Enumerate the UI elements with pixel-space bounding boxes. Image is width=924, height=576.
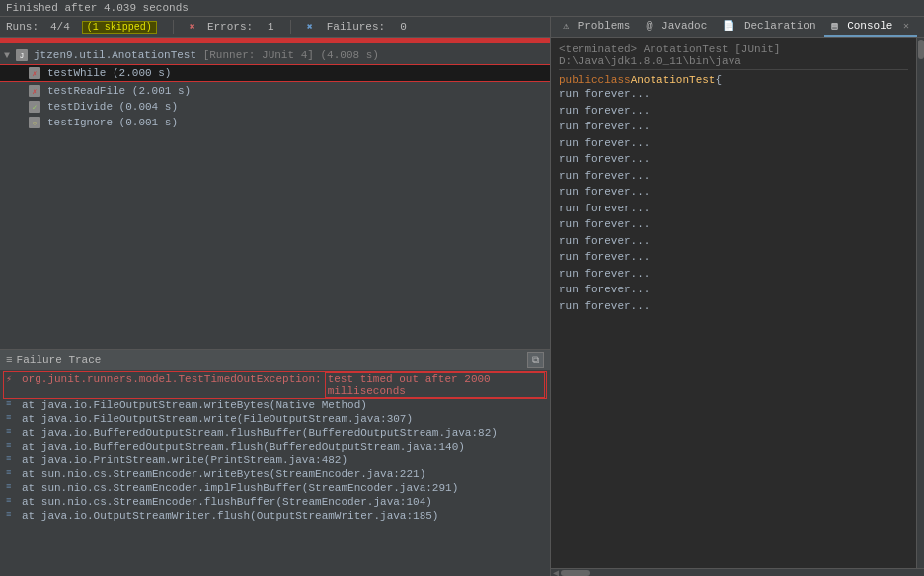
console-title-line: public class AnotationTest { — [559, 74, 908, 86]
stack-icon-1: ≡ — [6, 399, 18, 409]
console-content[interactable]: <terminated> AnotationTest [JUnit] D:\Ja… — [551, 38, 916, 568]
expand-arrow: ▼ — [4, 50, 10, 61]
stack-icon-2: ≡ — [6, 413, 18, 423]
svg-text:○: ○ — [33, 119, 38, 127]
trace-line-3: ≡ at java.io.BufferedOutputStream.flushB… — [4, 426, 546, 440]
console-scrollbar[interactable] — [916, 38, 924, 568]
scrollbar-thumb[interactable] — [918, 40, 924, 59]
console-line-5: run forever... — [559, 151, 908, 168]
console-line-6: run forever... — [559, 168, 908, 185]
stack-icon-8: ≡ — [6, 496, 18, 506]
console-close-icon[interactable]: ✕ — [903, 21, 909, 32]
test-item-testignore[interactable]: ○ testIgnore (0.001 s) — [0, 115, 550, 130]
failure-icon: ✖ — [307, 21, 313, 33]
trace-line-2: ≡ at java.io.FileOutputStream.write(File… — [4, 412, 546, 426]
test-tree-root[interactable]: ▼ J jtzen9.util.AnotationTest [Runner: J… — [0, 47, 550, 63]
trace-line-8: ≡ at sun.nio.cs.StreamEncoder.flushBuffe… — [4, 495, 546, 509]
test-error-icon2: ✗ — [28, 84, 41, 98]
tab-declaration[interactable]: 📄 Declaration — [715, 17, 823, 37]
bottom-scroll-thumb[interactable] — [561, 570, 590, 576]
skipped-badge: (1 skipped) — [82, 21, 157, 34]
test-tree[interactable]: ▼ J jtzen9.util.AnotationTest [Runner: J… — [0, 43, 550, 349]
console-line-11: run forever... — [559, 249, 908, 266]
divider — [173, 20, 174, 34]
trace-line-1: ≡ at java.io.FileOutputStream.writeBytes… — [4, 398, 546, 412]
console-line-8: run forever... — [559, 201, 908, 217]
scroll-left-icon: ◀ — [553, 567, 559, 577]
runs-bar: Runs: 4/4 (1 skipped) ✖ Errors: 1 ✖ Fail… — [0, 17, 550, 38]
exception-text: org.junit.runners.model.TestTimedOutExce… — [22, 373, 322, 385]
exception-icon: ⚡ — [6, 373, 18, 385]
stack-icon-7: ≡ — [6, 482, 18, 492]
keyword-public: public — [559, 74, 598, 86]
testignore-label: testIgnore (0.001 s) — [47, 117, 178, 128]
failure-trace-toolbar: ⧉ — [527, 352, 544, 368]
runs-count: 4/4 — [50, 21, 70, 33]
error-icon: ✖ — [190, 21, 195, 33]
class-name-text: AnotationTest — [631, 74, 716, 86]
errors-count: 1 — [268, 21, 274, 33]
javadoc-icon: @ — [646, 21, 652, 32]
console-line-9: run forever... — [559, 216, 908, 233]
stack-icon-9: ≡ — [6, 510, 18, 520]
exception-highlight: test timed out after 2000 milliseconds — [326, 373, 544, 397]
suite-icon: J — [15, 48, 29, 62]
top-status-bar: Finished after 4.039 seconds — [0, 0, 924, 17]
failure-trace-title: ≡ Failure Trace — [6, 354, 101, 366]
class-brace: { — [715, 74, 722, 86]
console-line-2: run forever... — [559, 103, 908, 120]
console-line-12: run forever... — [559, 266, 908, 283]
trace-line-5: ≡ at java.io.PrintStream.write(PrintStre… — [4, 453, 546, 467]
console-icon: ▤ — [832, 21, 838, 32]
console-line-13: run forever... — [559, 282, 908, 298]
errors-label: Errors: — [207, 21, 253, 33]
tab-javadoc[interactable]: @ Javadoc — [638, 17, 715, 37]
console-bottom-scrollbar[interactable]: ◀ — [551, 568, 924, 576]
declaration-icon: 📄 — [723, 21, 734, 32]
failure-trace-panel: ≡ Failure Trace ⧉ ⚡ org.junit.runners.mo… — [0, 349, 550, 576]
tab-console[interactable]: ▤ Console ✕ — [824, 17, 918, 37]
trace-copy-button[interactable]: ⧉ — [527, 352, 544, 368]
svg-text:✗: ✗ — [33, 87, 38, 96]
console-line-7: run forever... — [559, 184, 908, 201]
failure-trace-header: ≡ Failure Trace ⧉ — [0, 350, 550, 370]
tab-problems[interactable]: ⚠ Problems — [555, 17, 638, 37]
test-item-testdivide[interactable]: ✓ testDivide (0.004 s) — [0, 99, 550, 115]
runs-label: Runs: — [6, 21, 38, 33]
main-area: Runs: 4/4 (1 skipped) ✖ Errors: 1 ✖ Fail… — [0, 17, 924, 576]
svg-text:J: J — [20, 51, 25, 60]
trace-line-9: ≡ at java.io.OutputStreamWriter.flush(Ou… — [4, 509, 546, 523]
failure-trace-content[interactable]: ⚡ org.junit.runners.model.TestTimedOutEx… — [0, 370, 550, 576]
right-panel: ⚠ Problems @ Javadoc 📄 Declaration ▤ Con… — [551, 17, 924, 576]
trace-exception-line: ⚡ org.junit.runners.model.TestTimedOutEx… — [4, 372, 546, 398]
keyword-class: class — [598, 74, 631, 86]
problems-icon: ⚠ — [563, 21, 569, 32]
console-line-10: run forever... — [559, 233, 908, 250]
console-line-1: run forever... — [559, 86, 908, 103]
trace-line-6: ≡ at sun.nio.cs.StreamEncoder.writeBytes… — [4, 467, 546, 481]
failures-count: 0 — [400, 21, 407, 33]
trace-line-4: ≡ at java.io.BufferedOutputStream.flush(… — [4, 440, 546, 453]
failures-label: Failures: — [327, 21, 385, 33]
stack-icon-6: ≡ — [6, 468, 18, 478]
console-line-3: run forever... — [559, 119, 908, 135]
finished-time-label: Finished after 4.039 seconds — [6, 2, 189, 14]
svg-text:✗: ✗ — [33, 69, 38, 78]
stack-icon-5: ≡ — [6, 454, 18, 464]
stack-icon-4: ≡ — [6, 441, 18, 451]
failure-trace-icon: ≡ — [6, 354, 13, 366]
test-error-icon: ✗ — [28, 66, 41, 80]
stack-icon-3: ≡ — [6, 427, 18, 437]
left-panel: Runs: 4/4 (1 skipped) ✖ Errors: 1 ✖ Fail… — [0, 17, 551, 576]
test-skip-icon: ○ — [28, 116, 41, 129]
testreadfile-label: testReadFile (2.001 s) — [47, 85, 191, 97]
console-line-4: run forever... — [559, 135, 908, 152]
divider2 — [290, 20, 291, 34]
testdivide-label: testDivide (0.004 s) — [47, 101, 178, 113]
root-label: jtzen9.util.AnotationTest [Runner: JUnit… — [34, 49, 379, 61]
testwhile-label: testWhile (2.000 s) — [47, 67, 171, 79]
right-tabs: ⚠ Problems @ Javadoc 📄 Declaration ▤ Con… — [551, 17, 924, 38]
test-item-testwhile[interactable]: ✗ testWhile (2.000 s) — [0, 65, 550, 81]
test-item-testreadfile[interactable]: ✗ testReadFile (2.001 s) — [0, 83, 550, 99]
console-line-14: run forever... — [559, 298, 908, 315]
